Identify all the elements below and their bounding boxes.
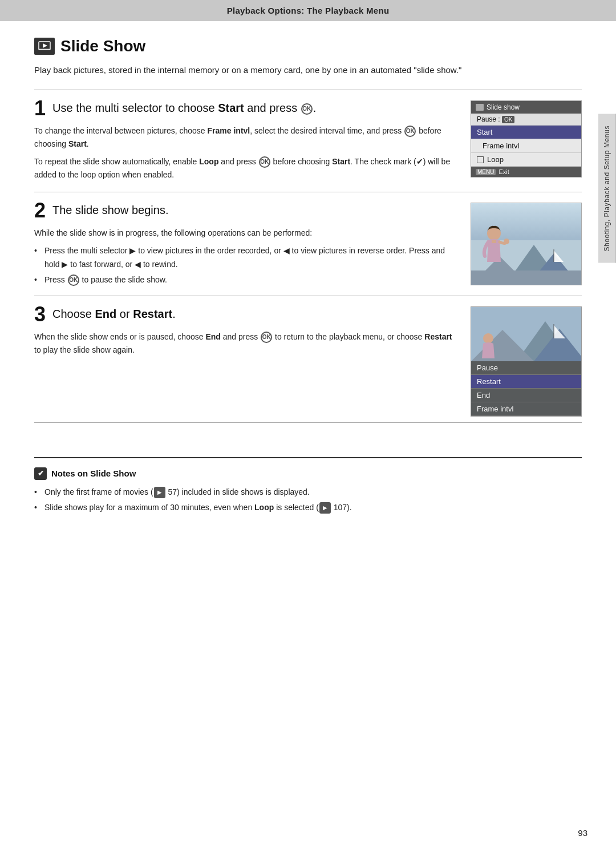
ok-icon-2: OK bbox=[259, 156, 270, 168]
step-2-number: 2 bbox=[34, 200, 46, 221]
ref-icon-1: ▶ bbox=[154, 487, 165, 498]
step-3-number: 3 bbox=[34, 304, 46, 325]
pause-overlay-menu: Pause Restart End Frame intvl bbox=[471, 361, 581, 416]
menu-pause-row: Pause : OK bbox=[471, 114, 581, 126]
step-3-title: Choose End or Restart. bbox=[52, 306, 176, 321]
step-2-header: 2 The slide show begins. bbox=[34, 203, 457, 221]
ok-icon-3: OK bbox=[68, 274, 79, 286]
loop-label: Loop bbox=[487, 155, 504, 164]
restart-row: Restart bbox=[471, 375, 581, 389]
menu-label: MENU bbox=[476, 169, 496, 175]
step-3-header: 3 Choose End or Restart. bbox=[34, 306, 457, 325]
exit-label: Exit bbox=[499, 168, 509, 175]
slide-show-icon bbox=[34, 38, 55, 55]
intro-text: Play back pictures, stored in the intern… bbox=[34, 63, 582, 77]
step-1-number: 1 bbox=[34, 98, 46, 119]
menu-start-row: Start bbox=[471, 126, 581, 139]
step-2-text: 2 The slide show begins. While the slide… bbox=[34, 203, 457, 289]
bullet-2: Press OK to pause the slide show. bbox=[34, 273, 457, 286]
svg-rect-1 bbox=[39, 49, 50, 50]
note-1: Only the first frame of movies (▶ 57) in… bbox=[34, 486, 582, 499]
page: Playback Options: The Playback Menu Shoo… bbox=[0, 0, 616, 848]
menu-footer: MENU Exit bbox=[471, 167, 581, 177]
pause-ok-label: OK bbox=[502, 116, 514, 123]
section-step-2: 2 The slide show begins. While the slide… bbox=[34, 192, 582, 295]
end-row: End bbox=[471, 389, 581, 402]
ok-button-icon: OK bbox=[301, 103, 313, 115]
step-1-body-2: To repeat the slide show automatically, … bbox=[34, 155, 457, 181]
page-number: 93 bbox=[578, 828, 587, 838]
menu-loop-row: Loop bbox=[471, 153, 581, 167]
page-title: Slide Show bbox=[60, 37, 145, 55]
step-1-title: Use the multi selector to choose Start a… bbox=[52, 100, 316, 115]
menu-frame-row: Frame intvl bbox=[471, 139, 581, 153]
ok-icon-4: OK bbox=[261, 332, 272, 343]
svg-rect-10 bbox=[492, 240, 496, 243]
step-1-body-1: To change the interval between pictures,… bbox=[34, 124, 457, 151]
menu-title: Slide show bbox=[487, 103, 520, 111]
notes-icon: ✔ bbox=[34, 467, 47, 480]
svg-marker-7 bbox=[554, 251, 564, 262]
ref-icon-2: ▶ bbox=[319, 502, 331, 514]
notes-header: ✔ Notes on Slide Show bbox=[34, 467, 582, 480]
main-content: Slide Show Play back pictures, stored in… bbox=[0, 21, 616, 539]
menu-icon bbox=[476, 104, 484, 111]
step-3-body: When the slide show ends or is paused, c… bbox=[34, 330, 457, 357]
step-1-menu-image: Slide show Pause : OK Start Frame intvl … bbox=[471, 100, 582, 177]
section-step-1: 1 Use the multi selector to choose Start… bbox=[34, 90, 582, 192]
menu-title-row: Slide show bbox=[471, 101, 581, 114]
pause-photo-svg bbox=[471, 307, 582, 361]
loop-checkbox bbox=[477, 156, 484, 163]
header-title: Playback Options: The Playback Menu bbox=[227, 6, 390, 15]
pause-screenshot: Pause Restart End Frame intvl bbox=[471, 306, 582, 417]
step-1-header: 1 Use the multi selector to choose Start… bbox=[34, 100, 457, 119]
bullet-1: Press the multi selector ▶ to view pictu… bbox=[34, 244, 457, 270]
menu-screenshot-1: Slide show Pause : OK Start Frame intvl … bbox=[471, 100, 582, 177]
header-bar: Playback Options: The Playback Menu bbox=[0, 0, 616, 21]
frame-intvl-row: Frame intvl bbox=[471, 402, 581, 416]
svg-point-11 bbox=[504, 239, 509, 244]
person-svg bbox=[478, 225, 512, 282]
pause-photo-area bbox=[471, 307, 581, 361]
notes-list: Only the first frame of movies (▶ 57) in… bbox=[34, 486, 582, 514]
step-2-body-intro: While the slide show is in progress, the… bbox=[34, 227, 457, 240]
step-3-menu-image: Pause Restart End Frame intvl bbox=[471, 306, 582, 417]
ok-icon-1: OK bbox=[404, 126, 416, 137]
step-1-text: 1 Use the multi selector to choose Start… bbox=[34, 100, 457, 186]
svg-point-18 bbox=[483, 333, 493, 344]
step-3-text: 3 Choose End or Restart. When the slide … bbox=[34, 306, 457, 361]
step-2-photo bbox=[471, 203, 582, 285]
step-2-bullets: Press the multi selector ▶ to view pictu… bbox=[34, 244, 457, 286]
section-step-3: 3 Choose End or Restart. When the slide … bbox=[34, 296, 582, 423]
notes-title: Notes on Slide Show bbox=[51, 469, 136, 478]
page-title-row: Slide Show bbox=[34, 37, 582, 55]
notes-section: ✔ Notes on Slide Show Only the first fra… bbox=[34, 457, 582, 514]
step-2-title: The slide show begins. bbox=[52, 203, 168, 217]
pause-label-row: Pause bbox=[471, 361, 581, 375]
note-2: Slide shows play for a maximum of 30 min… bbox=[34, 501, 582, 514]
svg-marker-2 bbox=[43, 43, 47, 48]
